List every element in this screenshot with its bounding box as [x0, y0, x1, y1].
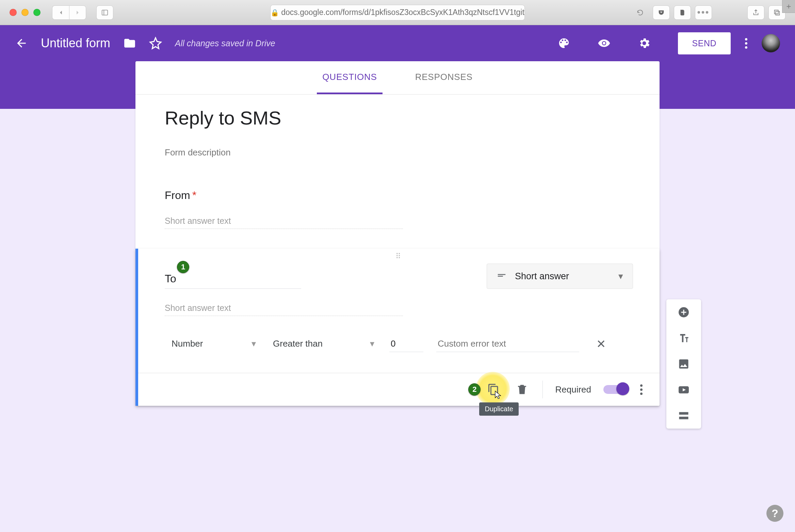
drag-handle-icon[interactable]: ⠿ [138, 249, 660, 261]
form-title[interactable]: Reply to SMS [165, 107, 630, 129]
chevron-down-icon: ▾ [370, 338, 374, 349]
preview-button[interactable] [598, 37, 611, 50]
validation-category-label: Number [172, 338, 203, 349]
divider [542, 381, 543, 398]
reload-button[interactable] [632, 5, 649, 20]
new-tab-button[interactable]: + [782, 0, 795, 13]
close-window-button[interactable] [10, 9, 17, 16]
chevron-down-icon: ▾ [252, 338, 256, 349]
validation-category-select[interactable]: Number ▾ [169, 335, 258, 352]
nav-buttons [52, 5, 89, 20]
question-footer: 2 Duplicate Required [138, 373, 660, 406]
address-bar[interactable]: 🔒 docs.google.com/forms/d/1pkfisosZ3ocxB… [270, 5, 525, 20]
question-from-label: From* [165, 189, 630, 202]
pocket-extension-button[interactable] [653, 5, 670, 20]
star-button[interactable] [149, 37, 162, 50]
add-title-button[interactable] [677, 331, 691, 345]
move-to-folder-button[interactable] [123, 37, 136, 50]
form-header-block[interactable]: Reply to SMS [135, 95, 660, 179]
question-type-label: Short answer [515, 271, 569, 282]
question-from-text: From [165, 189, 190, 201]
svg-rect-6 [679, 412, 688, 415]
annotation-badge-1: 1 [177, 261, 189, 273]
browser-toolbar: 🔒 docs.google.com/forms/d/1pkfisosZ3ocxB… [0, 0, 795, 25]
required-label: Required [555, 384, 591, 395]
tab-questions[interactable]: QUESTIONS [317, 61, 382, 94]
evernote-extension-button[interactable] [674, 5, 691, 20]
question-to-card: ⠿ 1 Short answer ▾ Short answer text [135, 249, 660, 406]
send-button[interactable]: SEND [678, 32, 731, 54]
validation-error-input[interactable] [436, 336, 579, 352]
short-answer-placeholder: Short answer text [165, 303, 403, 316]
form-description-input[interactable] [165, 145, 630, 160]
lock-icon: 🔒 [271, 9, 279, 17]
svg-rect-7 [679, 417, 688, 419]
minimize-window-button[interactable] [21, 9, 29, 16]
section-icon [678, 410, 690, 422]
short-answer-placeholder: Short answer text [165, 216, 403, 229]
help-button[interactable]: ? [766, 505, 783, 522]
color-palette-button[interactable] [557, 37, 570, 50]
short-answer-icon [497, 271, 507, 281]
svg-rect-0 [102, 10, 108, 15]
question-from[interactable]: From* Short answer text [135, 179, 660, 244]
duplicate-tooltip: Duplicate [479, 402, 518, 416]
tab-responses[interactable]: RESPONSES [410, 61, 478, 94]
svg-rect-3 [776, 11, 779, 15]
image-icon [678, 358, 690, 370]
question-type-select[interactable]: Short answer ▾ [487, 264, 633, 289]
share-button[interactable] [747, 5, 764, 20]
question-title-input[interactable] [165, 272, 301, 289]
validation-row: Number ▾ Greater than ▾ ✕ [165, 335, 633, 363]
add-video-button[interactable] [677, 383, 691, 397]
save-status: All changes saved in Drive [175, 38, 275, 48]
sidebar-toggle-button[interactable] [96, 5, 113, 20]
form-card: QUESTIONS RESPONSES Reply to SMS From* S… [135, 61, 660, 406]
more-options-button[interactable] [745, 38, 747, 49]
svg-rect-2 [775, 10, 778, 14]
chevron-down-icon: ▾ [618, 271, 623, 282]
required-toggle[interactable] [603, 385, 628, 394]
maximize-window-button[interactable] [33, 9, 40, 16]
settings-button[interactable] [638, 37, 651, 50]
back-to-forms-button[interactable] [15, 37, 28, 50]
question-more-button[interactable] [640, 384, 643, 395]
document-title[interactable]: Untitled form [41, 36, 110, 50]
remove-validation-button[interactable]: ✕ [596, 337, 606, 351]
add-question-button[interactable] [677, 305, 691, 319]
window-controls [10, 9, 40, 16]
validation-value-input[interactable] [389, 336, 423, 352]
delete-button[interactable] [514, 381, 530, 398]
plus-circle-icon [678, 306, 690, 318]
video-icon [678, 384, 690, 396]
cursor-icon [493, 390, 504, 400]
extensions-menu-button[interactable]: ••• [695, 5, 712, 20]
forms-header: Untitled form All changes saved in Drive… [0, 25, 795, 61]
tabs: QUESTIONS RESPONSES [135, 61, 660, 95]
back-button[interactable] [52, 5, 69, 20]
trash-icon [516, 383, 528, 396]
text-icon [678, 332, 690, 344]
url-text: docs.google.com/forms/d/1pkfisosZ3ocxBcS… [281, 8, 524, 17]
validation-operator-label: Greater than [273, 338, 323, 349]
validation-operator-select[interactable]: Greater than ▾ [271, 335, 376, 352]
account-avatar[interactable] [762, 34, 780, 52]
side-toolbar [666, 299, 701, 429]
required-asterisk: * [192, 189, 196, 201]
add-image-button[interactable] [677, 357, 691, 371]
add-section-button[interactable] [677, 409, 691, 422]
forward-button[interactable] [69, 5, 86, 20]
